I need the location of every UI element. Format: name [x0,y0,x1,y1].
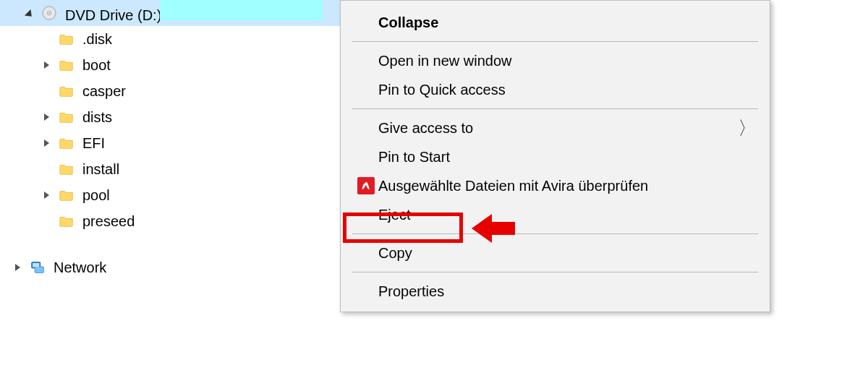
chevron-right-icon[interactable] [39,58,54,72]
menu-item-eject[interactable]: Eject [341,200,770,229]
menu-item-label: Eject [378,200,757,229]
tree-item-label: boot [82,52,111,78]
folder-icon [58,108,75,126]
menu-item-label: Pin to Start [378,142,757,171]
chevron-right-icon[interactable] [39,136,54,150]
disc-icon [41,4,58,22]
folder-icon [58,30,75,48]
tree-item-label: EFI [82,130,105,156]
menu-item-give-access-to[interactable]: Give access to 〉 [341,113,770,142]
svg-rect-5 [35,267,43,272]
svg-point-3 [48,12,50,14]
menu-item-pin-quick-access[interactable]: Pin to Quick access [341,75,770,104]
folder-icon [58,160,75,178]
menu-item-avira-scan[interactable]: Ausgewählte Dateien mit Avira überprüfen [341,171,770,200]
menu-item-label: Pin to Quick access [378,75,757,104]
chevron-right-icon[interactable] [39,188,54,202]
tree-item-label: install [82,156,119,182]
tree-item-label: casper [82,78,126,104]
folder-icon [58,186,75,204]
tree-item-label: Network [54,254,106,280]
chevron-right-icon[interactable] [10,260,25,275]
submenu-chevron-icon: 〉 [735,116,757,141]
folder-icon [58,134,75,152]
menu-separator [352,41,758,42]
expander-placeholder [39,214,54,228]
tree-item-label: pool [82,182,110,208]
expander-placeholder [39,162,54,176]
menu-separator [352,272,758,272]
tree-item-label: DVD Drive (D:) [65,0,323,28]
tree-item-label: preseed [82,208,135,234]
folder-icon [58,56,75,74]
menu-item-collapse[interactable]: Collapse [341,8,770,37]
menu-item-open-new-window[interactable]: Open in new window [341,46,770,75]
menu-item-pin-to-start[interactable]: Pin to Start [341,142,770,171]
menu-item-label: Give access to [378,113,735,142]
network-icon [29,259,46,276]
avira-icon [354,177,378,194]
menu-item-properties[interactable]: Properties [341,277,770,306]
menu-separator [352,108,758,109]
menu-item-label: Properties [378,277,757,306]
menu-item-label: Ausgewählte Dateien mit Avira überprüfen [378,171,757,200]
expander-placeholder [39,32,54,46]
svg-rect-6 [33,263,39,267]
context-menu: Collapse Open in new window Pin to Quick… [340,0,770,312]
tree-item-label: .disk [82,26,112,52]
menu-item-copy[interactable]: Copy [341,239,770,267]
menu-item-label: Open in new window [378,46,757,75]
folder-icon [58,82,75,100]
expander-placeholder [39,84,54,98]
menu-item-label: Collapse [378,8,757,37]
tree-item-label: dists [82,104,112,130]
menu-item-label: Copy [378,239,757,267]
chevron-right-icon[interactable] [39,110,54,124]
menu-separator [352,233,758,234]
chevron-down-icon[interactable] [22,6,36,20]
folder-icon [58,212,75,230]
